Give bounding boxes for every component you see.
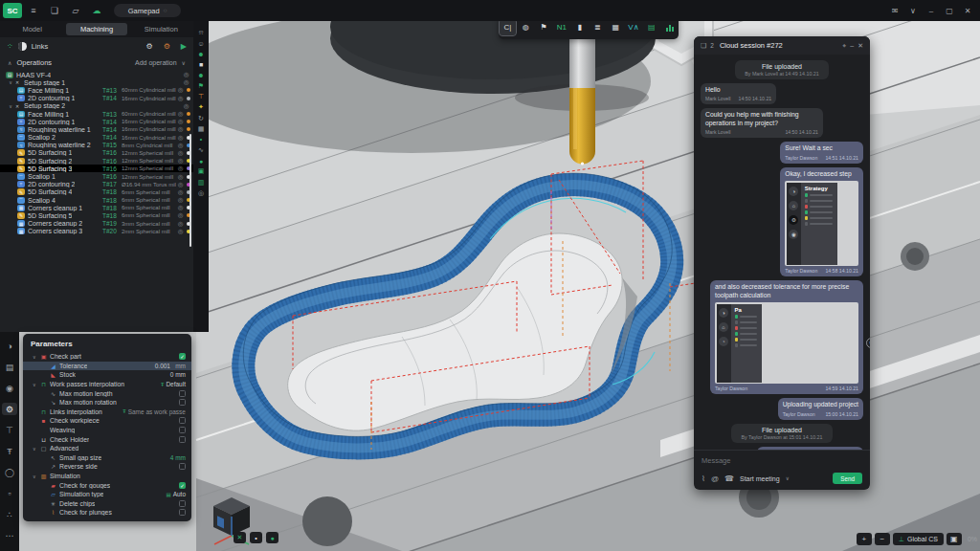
- parameter-row[interactable]: Weaving: [23, 426, 191, 435]
- tree-row-op[interactable]: ✎5D Surfacing 2T#1612mm Spherical mill◎: [0, 157, 193, 165]
- parameter-checkbox[interactable]: ✓: [179, 482, 186, 489]
- open-folder-icon[interactable]: ▱: [66, 3, 85, 18]
- gear-icon[interactable]: ⚙: [146, 42, 153, 51]
- parameter-row[interactable]: ∨▣Check part✓: [23, 352, 191, 362]
- layers-icon[interactable]: ▥: [196, 179, 207, 187]
- visibility-icon[interactable]: ◎: [176, 125, 185, 133]
- point-view-button[interactable]: •: [250, 532, 262, 543]
- chevron-down-icon[interactable]: ∨: [33, 446, 39, 452]
- cube-view-button[interactable]: ▣: [947, 533, 962, 545]
- tree-row-op[interactable]: ⌗2D contouring 1T#1416mm Cylindrical mil…: [0, 118, 193, 125]
- chevron-down-icon[interactable]: ∨: [33, 382, 39, 387]
- parameter-checkbox[interactable]: ✓: [179, 353, 186, 360]
- user-icon[interactable]: ☺: [196, 39, 207, 47]
- flag-tool[interactable]: ⚑: [535, 19, 551, 35]
- more-icon[interactable]: ⋯: [2, 529, 17, 541]
- tree-row-op[interactable]: ⌒Scallop 2T#1416mm Cylindrical mill◎: [0, 134, 193, 142]
- graph-icon[interactable]: ⁘: [7, 42, 13, 51]
- tab-model[interactable]: Model: [2, 23, 62, 35]
- parameter-row[interactable]: ∨▥Simulation: [23, 472, 191, 481]
- team-icon[interactable]: ∴: [2, 508, 17, 520]
- postprocess-gear-icon[interactable]: ⚙: [164, 42, 170, 51]
- close-icon[interactable]: ✕: [858, 42, 863, 50]
- chat-message-in[interactable]: HelloMark Lovell14:50 14.10.21: [701, 83, 776, 104]
- chevron-down-icon[interactable]: ∨: [182, 59, 186, 66]
- phone-icon[interactable]: ☎: [724, 474, 734, 483]
- chevron-down-icon[interactable]: ∨: [906, 7, 920, 15]
- virtual-axes-tool[interactable]: V∧: [625, 19, 641, 35]
- tree-row-op[interactable]: ▤Face Milling 1T#1360mm Cylindrical mill…: [0, 110, 193, 118]
- chat-message-out[interactable]: Please check that all is good nowTaylor …: [757, 447, 863, 450]
- visibility-icon[interactable]: ◎: [176, 173, 185, 181]
- settings-icon[interactable]: ⚙: [2, 403, 17, 415]
- flag-icon[interactable]: ⚑: [196, 82, 207, 90]
- parameter-checkbox[interactable]: [179, 463, 186, 470]
- operator-icon[interactable]: ☻: [196, 72, 207, 79]
- tree-row-op[interactable]: ⌒Scallop 1T#1612mm Spherical mill◎: [0, 172, 193, 180]
- chat-message-out[interactable]: Uploading updated projectTaylor Dawson15…: [778, 398, 863, 419]
- minimize-icon[interactable]: –: [924, 7, 938, 15]
- visibility-icon[interactable]: ◎: [176, 95, 185, 102]
- parameter-row[interactable]: ■Check workpiece: [23, 416, 191, 426]
- parameter-row[interactable]: ✳Delete chips: [23, 499, 191, 509]
- stock-icon[interactable]: ■: [196, 61, 207, 69]
- parameter-row[interactable]: ⊔Check Holder: [23, 434, 191, 444]
- dot-icon[interactable]: •: [196, 136, 207, 143]
- statistics-tool[interactable]: [661, 19, 678, 35]
- parameter-value[interactable]: Same as work passe: [128, 408, 186, 415]
- nc-code-tool[interactable]: N1: [553, 19, 569, 35]
- parameter-row[interactable]: ⊓Links interpolationŦSame as work passe: [23, 408, 191, 417]
- parameter-checkbox[interactable]: [179, 427, 186, 433]
- user-online-icon[interactable]: ☻: [196, 50, 207, 57]
- parameter-checkbox[interactable]: [179, 436, 186, 443]
- parameter-value[interactable]: 0 mm: [170, 371, 186, 378]
- chevron-down-icon[interactable]: ∨: [786, 475, 790, 481]
- parameter-checkbox[interactable]: [179, 500, 186, 507]
- tool-holder-icon[interactable]: Ŧ: [2, 445, 17, 457]
- parameter-row[interactable]: ◢Tolerance0.001mm: [23, 362, 191, 371]
- parameter-row[interactable]: ▰Check for gouges✓: [23, 480, 191, 490]
- tree-row-op[interactable]: ▦Corners cleanup 2T#193mm Spherical mill…: [0, 220, 193, 228]
- tree-row-op[interactable]: ⌗2D contouring 2T#17Ø16.94 mm Torus mill…: [0, 181, 193, 188]
- zoom-out-button[interactable]: −: [875, 533, 890, 545]
- stock-icon[interactable]: ▫: [2, 487, 17, 499]
- tree-row-op[interactable]: ✎5D Surfacing 1T#1612mm Spherical mill◎: [0, 149, 193, 157]
- sphere-icon[interactable]: ●: [196, 157, 207, 165]
- visibility-icon[interactable]: ◎: [176, 118, 185, 125]
- parameter-value[interactable]: 0.001: [155, 363, 170, 369]
- tree-row-op[interactable]: ⌒Scallop 4T#186mm Spherical mill◎: [0, 196, 193, 204]
- run-button[interactable]: ▶: [181, 42, 187, 51]
- parameter-row[interactable]: ∿Max motion length: [23, 388, 191, 398]
- axes-view-button[interactable]: ✕: [234, 532, 246, 543]
- swirl-icon[interactable]: ◉: [2, 382, 17, 394]
- tree-row-op[interactable]: ▦Corners cleanup 1T#186mm Spherical mill…: [0, 204, 193, 211]
- fixture-tool[interactable]: ▤: [643, 19, 659, 35]
- tree-row-op[interactable]: ≈Roughing waterline 2T#158mm Cylindrical…: [0, 142, 193, 149]
- restore-icon[interactable]: ▢: [943, 7, 956, 15]
- parameter-row[interactable]: ↖Small gap size4 mm: [23, 453, 191, 463]
- parameter-checkbox[interactable]: [179, 417, 186, 424]
- probe-icon[interactable]: ⊤: [2, 424, 17, 436]
- parameter-value[interactable]: Auto: [173, 491, 186, 497]
- tab-machining[interactable]: Machining: [66, 23, 126, 35]
- visibility-icon[interactable]: ◎: [182, 78, 190, 86]
- tool-icon[interactable]: ⊤: [196, 93, 207, 100]
- visibility-icon[interactable]: ◎: [176, 157, 185, 165]
- shading-icon[interactable]: ◑: [2, 340, 17, 352]
- stock-tool[interactable]: ▮: [571, 19, 588, 35]
- circle-icon[interactable]: ◯: [2, 466, 17, 478]
- chat-message-out[interactable]: Sure! Wait a secTaylor Dawson14:51 14.10…: [780, 142, 863, 163]
- links-toggle[interactable]: [18, 42, 27, 51]
- close-icon[interactable]: ✕: [961, 7, 974, 15]
- visibility-icon[interactable]: ◎: [176, 149, 185, 157]
- app-logo[interactable]: SC: [3, 3, 22, 18]
- visibility-icon[interactable]: ◎: [176, 188, 185, 196]
- collapse-icon[interactable]: ∧: [8, 59, 11, 66]
- visibility-icon[interactable]: ◎: [176, 110, 185, 118]
- visibility-icon[interactable]: ◎: [176, 228, 185, 235]
- sphere-view-button[interactable]: ●: [266, 532, 278, 543]
- coordinate-system-selector[interactable]: ⊥ Global CS: [893, 533, 944, 545]
- tree-row-op[interactable]: ▤Face Milling 1T#1360mm Cylindrical mill…: [0, 86, 193, 94]
- tree-row-op[interactable]: ✎5D Surfacing 5T#186mm Spherical mill◎: [0, 211, 193, 219]
- tree-row-op[interactable]: ✎5D Surfacing 3T#1612mm Spherical mill◎: [0, 165, 193, 172]
